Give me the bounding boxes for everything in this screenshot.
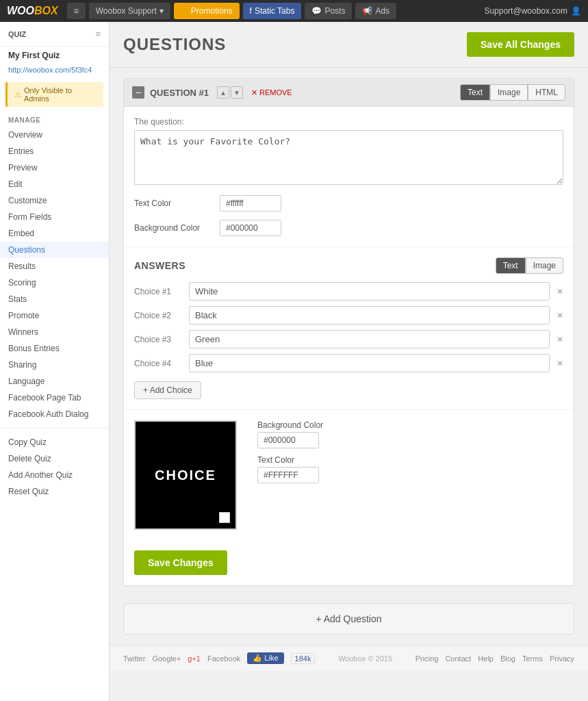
- preview-bg-color-input[interactable]: [257, 432, 319, 448]
- arrow-up-button[interactable]: ▲: [217, 86, 229, 99]
- preview-text-color-input[interactable]: [257, 467, 319, 483]
- answers-type-text-button[interactable]: Text: [496, 257, 526, 274]
- sidebar-warning: ⚠ Only Visible to Admins: [5, 82, 103, 107]
- star-icon: ★: [181, 6, 188, 16]
- text-color-label: Text Color: [134, 199, 209, 208]
- choice-preview-checkbox[interactable]: [219, 512, 230, 523]
- sidebar-item-embed[interactable]: Embed: [0, 225, 109, 242]
- arrow-down-button[interactable]: ▼: [231, 86, 243, 99]
- type-image-button[interactable]: Image: [490, 84, 528, 101]
- save-all-button[interactable]: Save All Changes: [467, 32, 574, 57]
- sidebar: QUIZ ≡ My First Quiz http://woobox.com/5…: [0, 22, 110, 701]
- choice-input-2[interactable]: [189, 306, 550, 324]
- sidebar-item-promote[interactable]: Promote: [0, 307, 109, 324]
- preview-bg-color-label: Background Color: [257, 420, 323, 430]
- reorder-icon[interactable]: ≡: [95, 29, 101, 39]
- answers-type-image-button[interactable]: Image: [526, 257, 563, 274]
- sidebar-quiz-section: QUIZ: [8, 30, 26, 38]
- footer-terms-link[interactable]: Terms: [522, 654, 543, 663]
- sidebar-item-add-another-quiz[interactable]: Add Another Quiz: [0, 467, 109, 483]
- content-area: − QUESTION #1 ▲ ▼ ✕ REMOVE Text Image HT…: [110, 68, 588, 645]
- add-question-button[interactable]: + Add Question: [123, 603, 574, 635]
- choice-delete-4[interactable]: ✕: [557, 359, 563, 368]
- warning-text: Only Visible to Admins: [24, 86, 97, 103]
- choice-label-4: Choice #4: [134, 359, 182, 368]
- footer-pricing-link[interactable]: Pricing: [416, 654, 439, 663]
- save-changes-button[interactable]: Save Changes: [134, 550, 227, 575]
- sidebar-item-scoring[interactable]: Scoring: [0, 275, 109, 291]
- user-icon: 👤: [571, 6, 581, 16]
- footer-blog-link[interactable]: Blog: [500, 654, 515, 663]
- footer-twitter-link[interactable]: Twitter: [123, 654, 145, 663]
- sidebar-item-copy-quiz[interactable]: Copy Quiz: [0, 434, 109, 450]
- sidebar-item-overview[interactable]: Overview: [0, 127, 109, 143]
- sidebar-item-facebook-auth-dialog[interactable]: Facebook Auth Dialog: [0, 406, 109, 422]
- sidebar-quiz-link[interactable]: http://woobox.com/5f3fc4: [0, 64, 109, 79]
- sidebar-item-delete-quiz[interactable]: Delete Quiz: [0, 450, 109, 467]
- sidebar-item-bonus-entries[interactable]: Bonus Entries: [0, 340, 109, 357]
- promotions-label: Promotions: [191, 6, 233, 16]
- sidebar-item-preview[interactable]: Preview: [0, 160, 109, 176]
- top-navigation: WOOBOX ≡ Woobox Support ▾ ★ Promotions f…: [0, 0, 588, 22]
- google-plus-badge: g+1: [188, 654, 201, 663]
- preview-color-section: Background Color Text Color: [257, 420, 323, 483]
- bg-color-label: Background Color: [134, 223, 209, 233]
- footer-help-link[interactable]: Help: [478, 654, 494, 663]
- sidebar-item-results[interactable]: Results: [0, 258, 109, 275]
- sidebar-item-winners[interactable]: Winners: [0, 324, 109, 340]
- sidebar-item-customize[interactable]: Customize: [0, 192, 109, 209]
- footer-privacy-link[interactable]: Privacy: [550, 654, 574, 663]
- main-header: QUESTIONS Save All Changes: [110, 22, 588, 68]
- main-content: QUESTIONS Save All Changes − QUESTION #1…: [110, 22, 588, 701]
- sidebar-divider: [0, 428, 109, 429]
- sidebar-item-sharing[interactable]: Sharing: [0, 357, 109, 373]
- question-textarea[interactable]: What is your Favorite Color?: [134, 130, 563, 185]
- footer-google-plus-link[interactable]: Google+: [152, 654, 181, 663]
- static-tabs-button[interactable]: f Static Tabs: [243, 3, 302, 19]
- add-choice-button[interactable]: + Add Choice: [134, 381, 201, 399]
- facebook-like-button[interactable]: 👍 Like: [247, 652, 283, 664]
- question-body: The question: What is your Favorite Colo…: [124, 107, 574, 246]
- page-title: QUESTIONS: [123, 35, 226, 54]
- facebook-icon: f: [250, 6, 252, 16]
- remove-button[interactable]: ✕ REMOVE: [251, 88, 292, 97]
- main-layout: QUIZ ≡ My First Quiz http://woobox.com/5…: [0, 22, 588, 701]
- choice-preview-text: CHOICE: [155, 468, 216, 483]
- sidebar-item-language[interactable]: Language: [0, 373, 109, 390]
- choice-input-4[interactable]: [189, 354, 550, 372]
- choice-row-2: Choice #2 ✕: [134, 306, 563, 324]
- sidebar-item-edit[interactable]: Edit: [0, 176, 109, 192]
- footer-facebook-link[interactable]: Facebook: [207, 654, 240, 663]
- sidebar-item-entries[interactable]: Entries: [0, 143, 109, 160]
- support-label: Woobox Support: [96, 6, 157, 16]
- hamburger-icon: ≡: [74, 6, 79, 16]
- type-text-button[interactable]: Text: [460, 84, 490, 101]
- type-html-button[interactable]: HTML: [528, 84, 565, 101]
- promotions-button[interactable]: ★ Promotions: [174, 3, 240, 19]
- sidebar-item-reset-quiz[interactable]: Reset Quiz: [0, 483, 109, 500]
- choice-delete-2[interactable]: ✕: [557, 311, 563, 320]
- answers-header: ANSWERS Text Image: [134, 257, 563, 274]
- footer-left: Twitter Google+ g+1 Facebook 👍 Like 184k: [123, 652, 315, 664]
- footer-contact-link[interactable]: Contact: [445, 654, 471, 663]
- sidebar-item-stats[interactable]: Stats: [0, 291, 109, 307]
- sidebar-item-facebook-page-tab[interactable]: Facebook Page Tab: [0, 390, 109, 406]
- hamburger-button[interactable]: ≡: [67, 3, 86, 19]
- choice-row-3: Choice #3 ✕: [134, 330, 563, 348]
- thumbs-up-icon: 👍: [253, 654, 262, 662]
- choice-input-3[interactable]: [189, 330, 550, 348]
- support-button[interactable]: Woobox Support ▾: [89, 3, 170, 19]
- collapse-button[interactable]: −: [132, 86, 144, 99]
- sidebar-item-questions[interactable]: Questions: [0, 242, 109, 258]
- sidebar-item-form-fields[interactable]: Form Fields: [0, 209, 109, 225]
- ads-button[interactable]: 📢 Ads: [355, 3, 396, 19]
- user-email: Support@woobox.com: [484, 6, 567, 16]
- bg-color-input[interactable]: [220, 220, 281, 236]
- text-color-row: Text Color: [134, 195, 563, 212]
- choice-delete-3[interactable]: ✕: [557, 335, 563, 344]
- choice-delete-1[interactable]: ✕: [557, 287, 563, 296]
- sidebar-quiz-header: QUIZ ≡: [0, 22, 109, 47]
- choice-input-1[interactable]: [189, 282, 550, 301]
- text-color-input[interactable]: [220, 195, 281, 212]
- posts-button[interactable]: 💬 Posts: [305, 3, 352, 19]
